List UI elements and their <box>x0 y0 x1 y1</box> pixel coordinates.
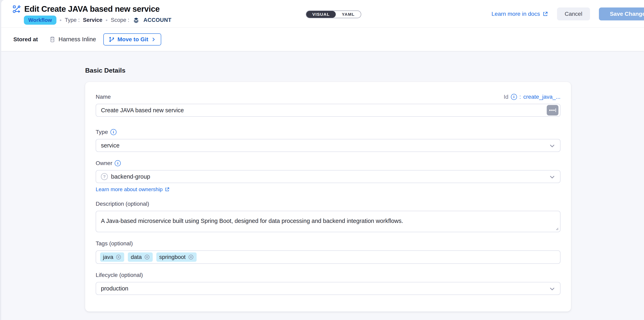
type-field-group: Type i service <box>96 129 560 152</box>
lifecycle-select[interactable]: production <box>96 282 560 295</box>
tag-chip[interactable]: data <box>128 252 153 262</box>
tag-label: springboot <box>159 254 186 260</box>
layers-icon <box>133 17 139 24</box>
owner-label-text: Owner <box>96 160 112 166</box>
storage-type-value: Harness Inline <box>58 36 96 43</box>
separator-dot: • <box>60 17 62 24</box>
name-label: Name <box>96 94 111 100</box>
tags-label: Tags (optional) <box>96 240 133 247</box>
id-label: Id <box>504 94 508 100</box>
type-label: Type : <box>65 17 80 23</box>
type-value: Service <box>83 17 102 23</box>
type-label-text: Type <box>96 129 108 135</box>
cancel-button[interactable]: Cancel <box>557 8 590 20</box>
chevron-right-icon <box>151 37 156 42</box>
id-row: Id i : create_java_... <box>504 94 560 100</box>
info-icon[interactable]: i <box>511 94 517 100</box>
tags-input[interactable]: javadataspringboot <box>96 250 560 264</box>
tag-remove-icon[interactable] <box>144 254 150 260</box>
tag-label: java <box>103 254 113 260</box>
workflow-icon <box>12 5 21 13</box>
type-select-value: service <box>101 142 120 149</box>
lifecycle-label: Lifecycle (optional) <box>96 272 143 278</box>
question-circle-icon: ? <box>101 173 108 180</box>
owner-select-value: backend-group <box>111 173 150 180</box>
owner-select[interactable]: ? backend-group <box>96 170 560 183</box>
id-separator: : <box>520 94 521 100</box>
runtime-input-button[interactable] <box>547 105 558 116</box>
tag-chip[interactable]: springboot <box>156 252 196 262</box>
info-icon[interactable]: i <box>115 160 121 166</box>
learn-more-docs-link[interactable]: Learn more in docs <box>492 11 548 17</box>
tag-remove-icon[interactable] <box>188 254 194 260</box>
lifecycle-select-value: production <box>101 285 128 292</box>
chevron-down-icon <box>549 143 555 149</box>
move-to-git-button[interactable]: Move to Git <box>103 34 161 46</box>
workflow-badge: Workflow <box>24 16 56 25</box>
runtime-input-icon <box>547 105 558 116</box>
main-content: Basic Details Name Id i : create_java_..… <box>1 51 644 312</box>
toggle-yaml[interactable]: YAML <box>336 11 361 18</box>
page-title: Edit Create JAVA based new service <box>24 4 160 14</box>
name-input[interactable] <box>96 104 560 117</box>
tag-chip[interactable]: java <box>100 252 124 262</box>
docs-link-label: Learn more in docs <box>492 11 540 17</box>
toggle-visual[interactable]: VISUAL <box>306 11 336 18</box>
type-label: Type i <box>96 129 116 135</box>
move-to-git-label: Move to Git <box>118 36 148 43</box>
external-link-icon <box>542 11 548 17</box>
description-field-group: Description (optional) <box>96 201 560 232</box>
tags-field-group: Tags (optional) javadataspringboot <box>96 240 560 264</box>
scope-value: ACCOUNT <box>144 17 172 23</box>
save-changes-button[interactable]: Save Changes <box>599 8 644 20</box>
tags-list: javadataspringboot <box>100 252 196 262</box>
owner-field-group: Owner i ? backend-group Learn more about… <box>96 160 560 192</box>
git-branch-icon <box>108 36 115 42</box>
description-textarea[interactable] <box>96 211 560 232</box>
lifecycle-field-group: Lifecycle (optional) production <box>96 272 560 295</box>
name-field-group: Name Id i : create_java_... <box>96 94 560 117</box>
tag-remove-icon[interactable] <box>116 254 121 260</box>
visual-yaml-toggle: VISUAL YAML <box>306 10 361 18</box>
tag-label: data <box>131 254 142 260</box>
app-window: Edit Create JAVA based new service Workf… <box>1 0 644 320</box>
owner-label: Owner i <box>96 160 121 166</box>
scope-label: Scope : <box>111 17 130 23</box>
ownership-help-link[interactable]: Learn more about ownership <box>96 186 170 192</box>
chevron-down-icon <box>549 174 555 180</box>
description-label: Description (optional) <box>96 201 149 207</box>
external-link-icon <box>165 187 170 192</box>
header-actions: Learn more in docs Cancel Save Changes <box>492 0 644 28</box>
type-select[interactable]: service <box>96 139 560 152</box>
page-header: Edit Create JAVA based new service Workf… <box>1 0 644 28</box>
basic-details-card: Name Id i : create_java_... <box>85 82 571 312</box>
chevron-down-icon <box>549 286 555 292</box>
inline-code-icon <box>49 36 56 43</box>
separator-dot: • <box>106 17 108 24</box>
storage-bar: Stored at Harness Inline Move to Git <box>1 28 644 51</box>
ownership-help-label: Learn more about ownership <box>96 186 162 192</box>
info-icon[interactable]: i <box>110 129 116 135</box>
stored-at-label: Stored at <box>13 36 38 43</box>
id-value-link[interactable]: create_java_... <box>523 94 560 100</box>
section-title: Basic Details <box>85 67 644 74</box>
